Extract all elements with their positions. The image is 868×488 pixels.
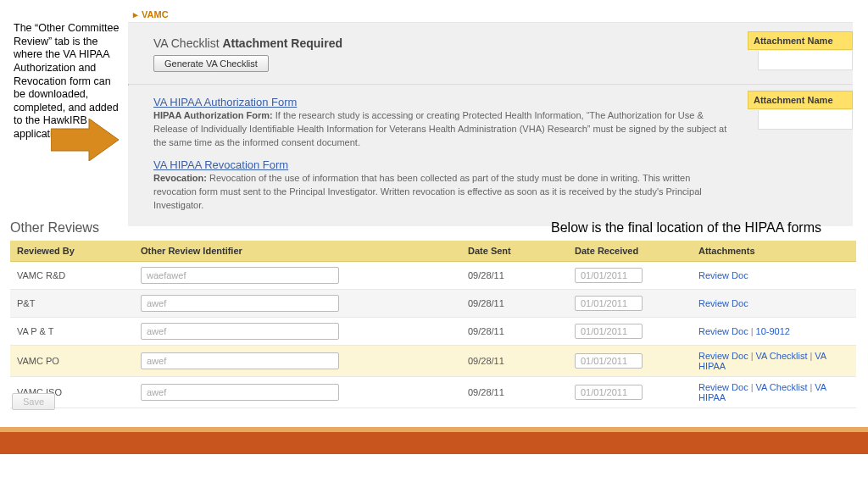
- vamc-header-text: VAMC: [142, 9, 169, 19]
- col-identifier: Other Review Identifier: [134, 241, 461, 262]
- cell-date-sent: 09/28/11: [461, 377, 568, 408]
- va-checklist-title: VA Checklist: [153, 36, 220, 50]
- cell-date-sent: 09/28/11: [461, 346, 568, 377]
- cell-reviewed-by: P&T: [10, 290, 134, 318]
- attachment-grid-2: [758, 110, 853, 130]
- cell-identifier: [134, 346, 461, 377]
- attachment-link[interactable]: Review Doc: [698, 326, 748, 336]
- arrow-right-icon: [51, 119, 119, 161]
- table-row: VA P & T09/28/1101/01/2011Review Doc|10-…: [10, 318, 856, 346]
- cell-date-sent: 09/28/11: [461, 290, 568, 318]
- cell-identifier: [134, 377, 461, 408]
- cell-reviewed-by: VAMC R&D: [10, 262, 134, 290]
- table-row: VAMC R&D09/28/1101/01/2011Review Doc: [10, 262, 856, 290]
- svg-marker-0: [51, 119, 119, 161]
- attachment-link[interactable]: Review Doc: [698, 382, 748, 392]
- cell-reviewed-by: VA P & T: [10, 318, 134, 346]
- cell-date-received: 01/01/2011: [568, 290, 692, 318]
- main-panel: ▸VAMC VA Checklist Attachment Required G…: [128, 8, 853, 226]
- pipe-separator: |: [751, 351, 754, 361]
- save-button[interactable]: Save: [12, 393, 55, 410]
- cell-attachments: Review Doc|VA Checklist|VA HIPAA: [692, 346, 856, 377]
- date-received-input[interactable]: 01/01/2011: [575, 385, 643, 400]
- footer-bar: [0, 427, 868, 454]
- identifier-input[interactable]: [141, 352, 339, 369]
- other-reviews-heading: Other Reviews: [10, 220, 99, 236]
- cell-attachments: Review Doc|VA Checklist|VA HIPAA: [692, 377, 856, 408]
- other-reviews-table: Reviewed By Other Review Identifier Date…: [10, 241, 856, 408]
- hipaa-rev-link[interactable]: VA HIPAA Revocation Form: [153, 158, 288, 171]
- identifier-input[interactable]: [141, 323, 339, 340]
- date-received-input[interactable]: 01/01/2011: [575, 353, 643, 369]
- date-received-input[interactable]: 01/01/2011: [575, 268, 643, 283]
- attachment-link[interactable]: Review Doc: [698, 351, 748, 361]
- hipaa-auth-link[interactable]: VA HIPAA Authorization Form: [153, 96, 297, 108]
- attachment-name-header-1: Attachment Name: [748, 31, 853, 50]
- pipe-separator: |: [810, 351, 812, 361]
- va-checklist-block: VA Checklist Attachment Required Generat…: [128, 23, 853, 84]
- identifier-input[interactable]: [141, 267, 339, 284]
- col-reviewed-by: Reviewed By: [10, 241, 134, 262]
- col-date-received: Date Received: [568, 241, 692, 262]
- cell-date-received: 01/01/2011: [568, 346, 692, 377]
- attachment-link[interactable]: VA Checklist: [756, 351, 808, 361]
- vamc-header-bar: ▸VAMC: [128, 8, 853, 23]
- pipe-separator: |: [751, 326, 754, 336]
- col-attachments: Attachments: [692, 241, 856, 262]
- pipe-separator: |: [751, 382, 754, 392]
- caret-right-icon: ▸: [133, 9, 138, 19]
- date-received-input[interactable]: 01/01/2011: [575, 296, 643, 311]
- hipaa-rev-label: Revocation:: [153, 173, 207, 183]
- cell-date-received: 01/01/2011: [568, 377, 692, 408]
- attachment-required-label: Attachment Required: [222, 36, 342, 50]
- cell-date-sent: 09/28/11: [461, 318, 568, 346]
- hipaa-auth-desc: HIPAA Authorization Form: If the researc…: [153, 109, 727, 150]
- date-received-input[interactable]: 01/01/2011: [575, 324, 643, 339]
- cell-date-received: 01/01/2011: [568, 318, 692, 346]
- generate-va-checklist-button[interactable]: Generate VA Checklist: [153, 55, 269, 72]
- col-date-sent: Date Sent: [461, 241, 568, 262]
- right-callout-text: Below is the final location of the HIPAA…: [551, 220, 821, 236]
- cell-attachments: Review Doc: [692, 290, 856, 318]
- identifier-input[interactable]: [141, 384, 339, 401]
- attachment-link[interactable]: Review Doc: [698, 270, 748, 280]
- hipaa-auth-label: HIPAA Authorization Form:: [153, 110, 273, 120]
- attachment-link[interactable]: Review Doc: [698, 298, 748, 308]
- table-header-row: Reviewed By Other Review Identifier Date…: [10, 241, 856, 262]
- cell-reviewed-by: VAMC PO: [10, 346, 134, 377]
- attachment-name-header-2: Attachment Name: [748, 91, 853, 109]
- hipaa-rev-text: Revocation of the use of information tha…: [153, 173, 702, 210]
- table-row: VAMC PO09/28/1101/01/2011Review Doc|VA C…: [10, 346, 856, 377]
- va-checklist-title-row: VA Checklist Attachment Required: [153, 36, 837, 50]
- cell-attachments: Review Doc: [692, 262, 856, 290]
- hipaa-rev-desc: Revocation: Revocation of the use of inf…: [153, 172, 727, 213]
- cell-identifier: [134, 318, 461, 346]
- cell-identifier: [134, 290, 461, 318]
- identifier-input[interactable]: [141, 295, 339, 312]
- attachment-link[interactable]: VA Checklist: [756, 382, 808, 392]
- hipaa-forms-block: VA HIPAA Authorization Form HIPAA Author…: [128, 86, 853, 226]
- attachment-grid-1: [758, 51, 853, 70]
- pipe-separator: |: [810, 382, 812, 392]
- cell-date-received: 01/01/2011: [568, 262, 692, 290]
- table-row: P&T09/28/1101/01/2011Review Doc: [10, 290, 856, 318]
- cell-date-sent: 09/28/11: [461, 262, 568, 290]
- attachment-link[interactable]: 10-9012: [756, 326, 790, 336]
- cell-identifier: [134, 262, 461, 290]
- cell-attachments: Review Doc|10-9012: [692, 318, 856, 346]
- table-row: VAMC ISO09/28/1101/01/2011Review Doc|VA …: [10, 377, 856, 408]
